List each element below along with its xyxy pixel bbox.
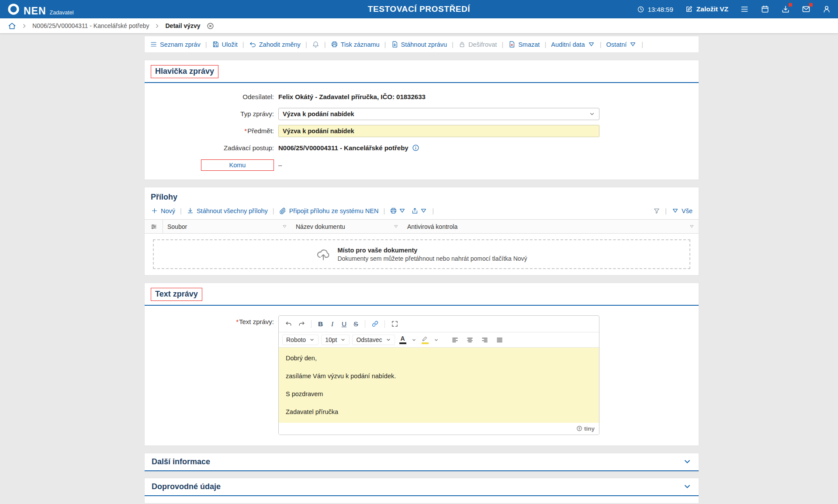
attachment-attach-from-nen-button[interactable]: Připojit přílohu ze systému NEN (279, 207, 379, 214)
section-title-highlight: Hlavička zprávy (151, 65, 218, 78)
top-bar: NEN Zadavatel TESTOVACÍ PROSTŘEDÍ 13:48:… (0, 0, 838, 18)
info-icon[interactable] (412, 144, 419, 152)
toolbar-notification-button[interactable] (312, 41, 319, 48)
attachment-new-button[interactable]: Nový (151, 207, 175, 214)
form-row-odesilatel: Odesílatel: Felix Okátý - Zadavatel přír… (145, 88, 693, 105)
downloads-button[interactable] (781, 5, 790, 14)
logo-subtitle: Zadavatel (50, 10, 74, 16)
editor-paragraph: Zadavatel příručka (286, 408, 592, 416)
font-size-select[interactable]: 10pt (321, 335, 350, 345)
message-text-form: *Text zprávy: B I U S Roboto (145, 306, 699, 445)
odesilatel-label: Odesílatel: (145, 93, 278, 100)
downloads-badge (789, 3, 792, 7)
breadcrumb-item-procedure[interactable]: N006/25/V00004311 - Kancelářské potřeby (32, 22, 149, 29)
redo-button[interactable] (295, 318, 308, 330)
toolbar-seznam-zprav-button[interactable]: Seznam zpráv (150, 41, 201, 48)
attachments-toolbar: Nový Stáhnout všechny přílohy Připojit p… (151, 207, 693, 214)
printer-icon (390, 207, 397, 214)
chevron-down-icon (683, 482, 692, 491)
dropdown-triangle-icon (629, 41, 637, 48)
zadavaci-postup-label: Zadávací postup: (145, 144, 278, 152)
editor-content-area[interactable]: Dobrý den, zasíláme Vám výzvu k podání n… (279, 348, 599, 423)
column-filter-icon[interactable] (689, 224, 694, 229)
calendar-button[interactable] (761, 5, 769, 14)
attachments-section: Přílohy Nový Stáhnout všechny přílohy Př… (144, 187, 699, 276)
messages-badge (809, 3, 813, 7)
insert-link-button[interactable] (369, 318, 381, 330)
chevron-down-icon (589, 111, 595, 117)
editor-paragraph: Dobrý den, (286, 354, 592, 362)
font-color-menu-button[interactable] (411, 334, 417, 345)
close-tab-button[interactable] (207, 22, 214, 30)
komu-link[interactable]: Komu (201, 159, 274, 171)
predmet-input[interactable] (278, 125, 599, 137)
block-format-select[interactable]: Odstavec (352, 335, 395, 345)
table-settings-button[interactable] (145, 220, 163, 233)
main-menu-button[interactable] (740, 5, 749, 14)
divider (319, 41, 331, 48)
typ-zpravy-selected-value: Výzva k podání nabídek (283, 110, 589, 117)
column-header-soubor: Soubor (163, 220, 291, 233)
highlight-color-menu-button[interactable] (433, 334, 440, 345)
column-header-nazev-dokumentu: Název dokumentu (291, 220, 403, 233)
attachment-export-button[interactable] (411, 207, 427, 214)
toolbar-ulozit-button[interactable]: Uložit (212, 41, 238, 48)
align-center-button[interactable] (464, 334, 476, 345)
attachments-dropzone[interactable]: Místo pro vaše dokumenty Dokumenty sem m… (153, 239, 690, 269)
breadcrumb: N006/25/V00004311 - Kancelářské potřeby … (0, 18, 838, 34)
toolbar-stahnout-zpravu-button[interactable]: Stáhnout zprávu (391, 41, 447, 48)
font-color-button[interactable]: A (398, 334, 408, 345)
dalsi-informace-toggle[interactable]: Další informace (145, 453, 699, 471)
editor-toolbar-row2: Roboto 10pt Odstavec A (279, 332, 599, 348)
tinymce-logo[interactable]: tiny (576, 425, 595, 432)
doprovodne-udaje-toggle[interactable]: Doprovodné údaje (145, 478, 699, 496)
undo-button[interactable] (282, 318, 294, 330)
column-filter-icon[interactable] (282, 224, 287, 229)
fullscreen-icon (391, 320, 398, 328)
align-left-icon (451, 336, 459, 344)
message-text-section: Text zprávy *Text zprávy: B I U S (144, 283, 699, 446)
discard-changes-icon (249, 41, 256, 48)
align-right-button[interactable] (479, 334, 491, 345)
profile-button[interactable] (822, 5, 831, 14)
align-justify-button[interactable] (494, 334, 506, 345)
font-family-select[interactable]: Roboto (282, 335, 319, 345)
toolbar-smazat-button[interactable]: Smazat (508, 41, 540, 48)
dropdown-triangle-icon (420, 207, 427, 214)
chevron-down-icon (340, 337, 346, 342)
column-filter-icon[interactable] (394, 224, 398, 229)
underline-button[interactable]: U (339, 318, 350, 330)
edit-icon (685, 5, 693, 13)
typ-zpravy-select[interactable]: Výzva k podání nabídek (278, 108, 599, 120)
filter-funnel-icon[interactable] (653, 207, 660, 214)
bell-icon (312, 41, 319, 48)
filter-all-button[interactable]: Vše (672, 207, 693, 214)
bold-button[interactable]: B (315, 318, 326, 330)
fullscreen-button[interactable] (388, 318, 401, 330)
editor-status-bar: tiny (279, 423, 599, 435)
home-button[interactable] (8, 22, 16, 30)
attachment-print-button[interactable] (390, 207, 406, 214)
toolbar-ostatni-button[interactable]: Ostatní (606, 41, 637, 48)
divider (384, 320, 385, 328)
toolbar-tisk-zaznamu-button[interactable]: Tisk záznamu (331, 41, 380, 48)
divider (201, 41, 212, 48)
toolbar-zahodit-zmeny-button[interactable]: Zahodit změny (249, 41, 301, 48)
messages-button[interactable] (802, 5, 810, 14)
nen-logo[interactable]: NEN Zadavatel (7, 3, 73, 16)
delete-document-icon (508, 41, 516, 48)
chevron-down-icon (309, 337, 315, 342)
attachment-download-all-button[interactable]: Stáhnout všechny přílohy (187, 207, 268, 214)
align-justify-icon (496, 336, 503, 344)
editor-paragraph: S pozdravem (286, 390, 592, 398)
divider (427, 207, 439, 214)
hamburger-icon (740, 5, 749, 14)
strikethrough-button[interactable]: S (350, 318, 361, 330)
section-title-dalsi-informace: Další informace (152, 457, 210, 466)
required-mark: * (244, 127, 247, 135)
toolbar-auditni-data-button[interactable]: Auditní data (551, 41, 595, 48)
highlight-color-button[interactable] (420, 334, 430, 345)
italic-button[interactable]: I (327, 318, 338, 330)
align-left-button[interactable] (449, 334, 461, 345)
create-vz-button[interactable]: Založit VZ (685, 5, 728, 13)
